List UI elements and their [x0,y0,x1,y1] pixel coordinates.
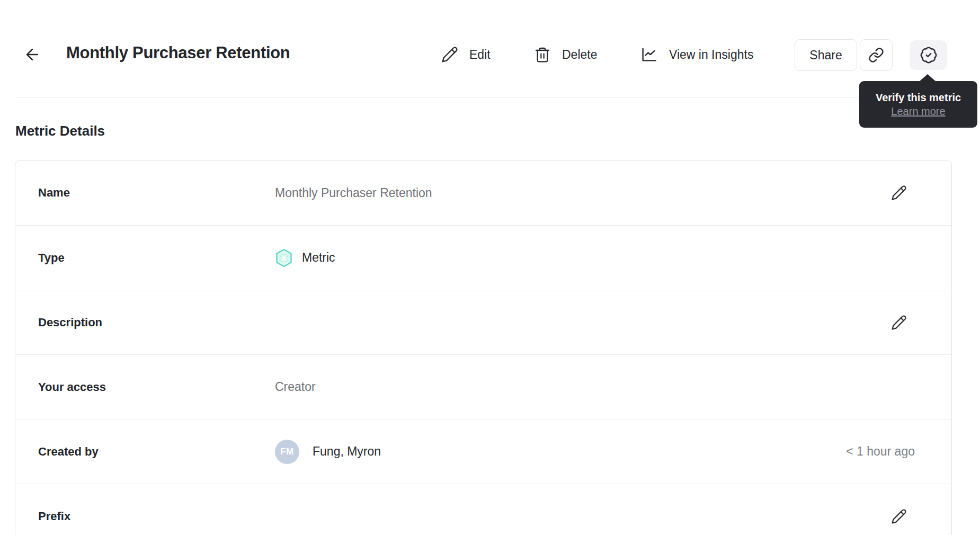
view-in-insights-label: View in Insights [669,48,753,62]
created-by-label: Created by [38,445,99,459]
share-button[interactable]: Share [795,39,857,71]
metric-details-page: Monthly Purchaser Retention Edit Delete … [0,0,980,535]
page-title: Monthly Purchaser Retention [66,43,290,63]
link-icon [868,47,884,63]
header-divider [15,97,952,97]
back-button[interactable] [21,43,43,66]
edit-button[interactable]: Edit [441,42,491,67]
your-access-label: Your access [38,380,106,394]
detail-row-type: Type Metric [15,225,951,290]
detail-row-prefix: Prefix [15,484,951,535]
avatar: FM [275,440,299,464]
created-timestamp: < 1 hour ago [846,444,915,459]
name-label: Name [38,186,70,200]
section-heading: Metric Details [15,123,105,139]
your-access-value: Creator [275,380,316,394]
name-value: Monthly Purchaser Retention [275,186,432,200]
arrow-left-icon [23,46,41,64]
description-label: Description [38,316,102,329]
delete-label: Delete [562,48,597,62]
pencil-icon [891,185,907,201]
detail-row-name: Name Monthly Purchaser Retention [15,160,951,225]
metric-details-card: Name Monthly Purchaser Retention Type Me… [15,160,952,535]
type-value: Metric [302,251,335,265]
verify-tooltip-title: Verify this metric [876,92,961,104]
pencil-icon [891,315,907,331]
delete-button[interactable]: Delete [534,42,597,67]
detail-row-created-by: Created by FM Fung, Myron < 1 hour ago [15,419,951,484]
prefix-label: Prefix [38,510,70,523]
view-in-insights-button[interactable]: View in Insights [640,42,753,67]
trash-icon [534,46,551,63]
copy-link-button[interactable] [860,39,893,71]
type-label: Type [38,251,65,265]
verify-metric-button[interactable] [910,40,947,70]
detail-row-description: Description [15,290,951,354]
pencil-icon [891,509,907,524]
edit-name-button[interactable] [891,185,907,201]
edit-description-button[interactable] [891,315,907,331]
line-chart-icon [640,46,658,64]
detail-row-your-access: Your access Creator [15,354,951,419]
verified-badge-icon [920,46,938,64]
metric-hexagon-icon [275,248,293,268]
verify-tooltip: Verify this metric Learn more [859,81,977,128]
created-by-value: Fung, Myron [313,444,381,459]
edit-label: Edit [469,48,491,62]
learn-more-link[interactable]: Learn more [891,105,945,118]
edit-prefix-button[interactable] [891,509,907,524]
pencil-icon [441,46,458,63]
